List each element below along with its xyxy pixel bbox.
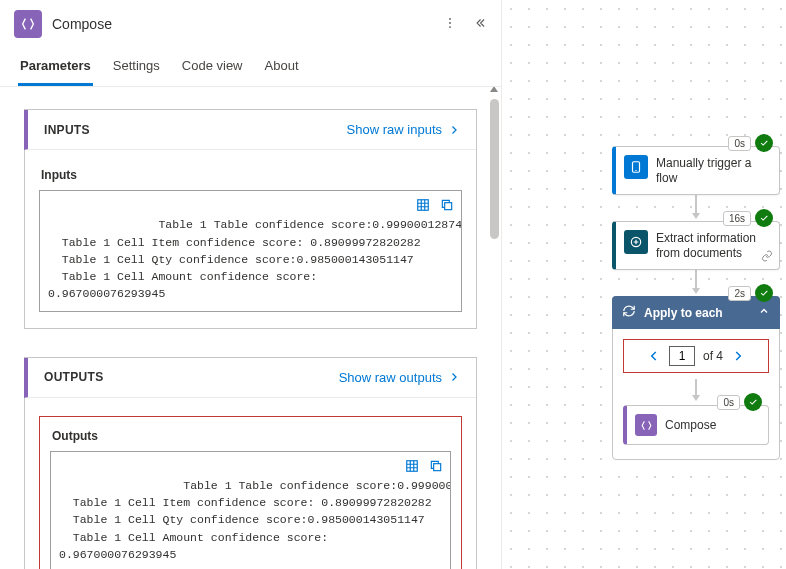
- show-raw-inputs-label: Show raw inputs: [347, 122, 442, 137]
- success-icon: [755, 209, 773, 227]
- loop-pager: of 4: [623, 339, 769, 373]
- pager-prev-button[interactable]: [647, 349, 661, 363]
- grid-icon[interactable]: [404, 458, 420, 474]
- tab-codeview[interactable]: Code view: [180, 50, 245, 86]
- tab-settings[interactable]: Settings: [111, 50, 162, 86]
- outputs-code-box: Table 1 Table confidence score:0.9990001…: [50, 451, 451, 570]
- node1-label: Manually trigger a flow: [656, 155, 771, 186]
- loop-label: Apply to each: [644, 306, 723, 320]
- link-icon: [761, 250, 773, 265]
- outputs-section: OUTPUTS Show raw outputs Outputs: [24, 357, 477, 570]
- svg-point-2: [449, 26, 451, 28]
- pager-current-input[interactable]: [669, 346, 695, 366]
- show-raw-inputs-button[interactable]: Show raw inputs: [347, 122, 460, 137]
- svg-rect-3: [418, 200, 429, 211]
- inputs-title: INPUTS: [44, 123, 90, 137]
- outputs-highlight-box: Outputs Table 1 Table confidence: [39, 416, 462, 570]
- tabs: Parameters Settings Code view About: [0, 44, 501, 87]
- copy-icon[interactable]: [439, 197, 455, 213]
- outputs-line-3: Table 1 Cell Amount confidence score:: [59, 531, 328, 544]
- success-icon: [755, 134, 773, 152]
- inputs-line-1: Table 1 Cell Item confidence score: 0.89…: [48, 236, 421, 249]
- loop-icon: [622, 304, 636, 321]
- svg-point-1: [449, 22, 451, 24]
- trigger-icon: [624, 155, 648, 179]
- svg-point-0: [449, 17, 451, 19]
- scrollbar[interactable]: [486, 87, 501, 569]
- compose-header-icon: [14, 10, 42, 38]
- collapse-panel-icon[interactable]: [473, 16, 487, 33]
- flow-canvas[interactable]: 0s Manually trigger a flow 16s Extract: [502, 0, 786, 569]
- loop-time: 2s: [728, 286, 751, 301]
- tab-about[interactable]: About: [263, 50, 301, 86]
- flow-node-extract[interactable]: 16s Extract information from documents: [612, 221, 780, 270]
- outputs-sublabel: Outputs: [52, 429, 451, 443]
- svg-rect-4: [445, 203, 452, 210]
- inputs-line-0: Table 1 Table confidence score:0.9990001…: [145, 218, 462, 231]
- inputs-line-4: 0.967000076293945: [48, 287, 165, 300]
- inputs-line-3: Table 1 Cell Amount confidence score:: [48, 270, 317, 283]
- tab-parameters[interactable]: Parameters: [18, 50, 93, 86]
- flow-node-trigger[interactable]: 0s Manually trigger a flow: [612, 146, 780, 195]
- svg-rect-5: [407, 460, 418, 471]
- flow-node-compose[interactable]: 0s Compose: [623, 405, 769, 445]
- node2-label: Extract information from documents: [656, 230, 771, 261]
- show-raw-outputs-label: Show raw outputs: [339, 370, 442, 385]
- inputs-code-box: Table 1 Table confidence score:0.9990001…: [39, 190, 462, 312]
- tab-content: INPUTS Show raw inputs Inputs: [0, 87, 501, 569]
- inputs-section: INPUTS Show raw inputs Inputs: [24, 109, 477, 329]
- outputs-line-4: 0.967000076293945: [59, 548, 176, 561]
- inputs-line-2: Table 1 Cell Qty confidence score:0.9850…: [48, 253, 414, 266]
- compose-icon: [635, 414, 657, 436]
- copy-icon[interactable]: [428, 458, 444, 474]
- pager-next-button[interactable]: [731, 349, 745, 363]
- compose-label: Compose: [665, 418, 716, 432]
- svg-rect-6: [434, 463, 441, 470]
- pager-total-label: of 4: [703, 349, 723, 363]
- outputs-line-0: Table 1 Table confidence score:0.9990001…: [169, 479, 451, 492]
- inputs-sublabel: Inputs: [41, 168, 462, 182]
- outputs-line-2: Table 1 Cell Qty confidence score:0.9850…: [59, 513, 425, 526]
- panel-title: Compose: [52, 16, 433, 32]
- outputs-title: OUTPUTS: [44, 370, 103, 384]
- chevron-up-icon[interactable]: [758, 305, 770, 320]
- success-icon: [755, 284, 773, 302]
- compose-time: 0s: [717, 395, 740, 410]
- outputs-line-1: Table 1 Cell Item confidence score: 0.89…: [59, 496, 432, 509]
- ai-builder-icon: [624, 230, 648, 254]
- more-icon[interactable]: [443, 16, 457, 33]
- success-icon: [744, 393, 762, 411]
- node2-time: 16s: [723, 211, 751, 226]
- flow-loop-apply-to-each[interactable]: 2s Apply to each: [612, 296, 780, 460]
- node1-time: 0s: [728, 136, 751, 151]
- show-raw-outputs-button[interactable]: Show raw outputs: [339, 370, 460, 385]
- grid-icon[interactable]: [415, 197, 431, 213]
